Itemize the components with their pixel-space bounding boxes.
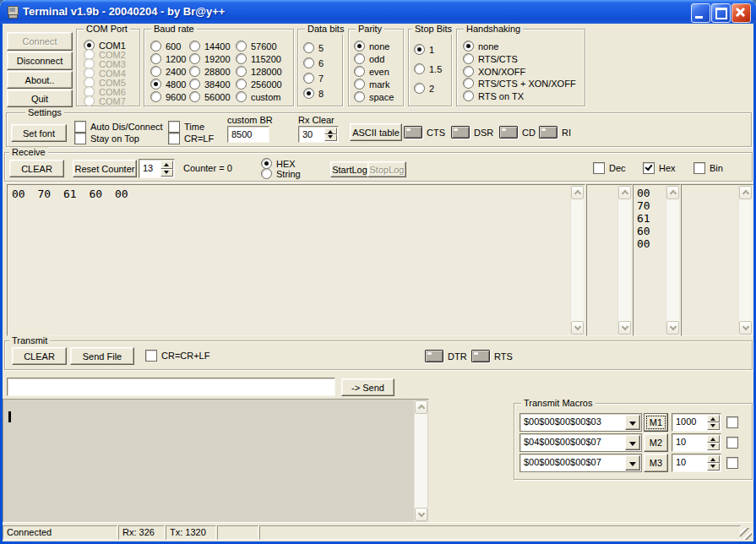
dropdown-arrow-icon[interactable] [625, 435, 640, 450]
databits-6-radio[interactable]: 6 [303, 57, 324, 68]
macro3-button[interactable]: M3 [644, 454, 668, 472]
stopbits-15-radio[interactable]: 1.5 [414, 63, 442, 74]
macro1-repeat-checkbox[interactable] [726, 416, 738, 428]
ascii-table-button[interactable]: ASCII table [350, 123, 402, 141]
close-button[interactable] [732, 3, 751, 23]
macro1-interval-spinner[interactable]: 1000 [672, 413, 721, 432]
dtr-indicator[interactable]: DTR [425, 350, 467, 362]
baud-9600-radio[interactable]: 9600 [150, 91, 186, 102]
spin-up-icon[interactable] [707, 415, 720, 422]
minimize-button[interactable] [691, 3, 710, 23]
baud-256000-radio[interactable]: 256000 [236, 79, 282, 90]
baud-custom-radio[interactable]: custom [236, 91, 280, 102]
send-button[interactable]: -> Send [341, 378, 394, 396]
macro2-combo[interactable]: $04$00$00$00$07 [519, 433, 642, 452]
receive-aux-view-2[interactable] [681, 184, 753, 336]
handshake-both-radio[interactable]: RTS/CTS + XON/XOFF [463, 78, 576, 89]
macro3-repeat-checkbox[interactable] [726, 457, 738, 469]
parity-space-radio[interactable]: space [354, 91, 394, 102]
string-mode-radio[interactable]: String [261, 168, 301, 179]
receive-byte-column-view[interactable]: 00 70 61 60 00 [633, 184, 681, 336]
connect-button[interactable]: Connect [7, 32, 73, 51]
rx-clear-spinner[interactable]: 30 [298, 126, 339, 143]
scroll-down-icon[interactable] [739, 321, 752, 335]
spin-down-icon[interactable] [707, 463, 720, 471]
spin-up-icon[interactable] [324, 128, 337, 134]
auto-disconnect-checkbox[interactable]: Auto Dis/Connect [74, 121, 163, 133]
resize-grip[interactable] [740, 528, 752, 540]
quit-button[interactable]: Quit [7, 90, 73, 107]
stay-on-top-checkbox[interactable]: Stay on Top [74, 133, 139, 144]
baud-38400-radio[interactable]: 38400 [189, 79, 231, 90]
custom-br-input[interactable]: 8500 [227, 126, 269, 143]
com7-radio[interactable]: COM7 [84, 95, 126, 106]
disconnect-button[interactable]: Disconnect [7, 52, 73, 70]
maximize-button[interactable] [711, 3, 731, 23]
baud-4800-radio[interactable]: 4800 [150, 79, 186, 90]
macro1-button[interactable]: M1 [644, 413, 668, 432]
hex-view-checkbox[interactable]: Hex [643, 162, 676, 174]
dec-view-checkbox[interactable]: Dec [593, 162, 626, 174]
baud-2400-radio[interactable]: 2400 [150, 66, 186, 77]
spin-down-icon[interactable] [707, 443, 720, 450]
databits-8-radio[interactable]: 8 [303, 88, 324, 99]
databits-7-radio[interactable]: 7 [303, 73, 324, 84]
scroll-down-icon[interactable] [571, 321, 584, 335]
rts-indicator[interactable]: RTS [471, 350, 513, 362]
spin-down-icon[interactable] [707, 422, 720, 430]
transmit-scrollbar[interactable] [414, 400, 427, 521]
macro2-button[interactable]: M2 [644, 433, 668, 452]
spin-up-icon[interactable] [707, 435, 720, 443]
byte-column-scrollbar[interactable] [666, 186, 679, 335]
crlf-checkbox[interactable]: CR=LF [168, 133, 214, 144]
baud-56000-radio[interactable]: 56000 [189, 91, 231, 102]
parity-none-radio[interactable]: none [354, 41, 389, 52]
spin-down-icon[interactable] [160, 169, 173, 177]
receive-clear-button[interactable]: CLEAR [9, 160, 64, 177]
databits-5-radio[interactable]: 5 [303, 42, 324, 53]
scroll-down-icon[interactable] [415, 508, 427, 521]
dropdown-arrow-icon[interactable] [625, 415, 640, 430]
title-bar[interactable]: Terminal v1.9b - 20040204 - by Br@y++ [0, 0, 756, 24]
macro2-repeat-checkbox[interactable] [726, 437, 738, 449]
bytes-per-line-spinner[interactable]: 13 [139, 159, 175, 178]
handshake-rtscts-radio[interactable]: RTS/CTS [463, 53, 518, 64]
spin-up-icon[interactable] [707, 455, 720, 463]
stopbits-1-radio[interactable]: 1 [414, 44, 434, 55]
baud-1200-radio[interactable]: 1200 [150, 53, 186, 64]
baud-128000-radio[interactable]: 128000 [236, 66, 282, 77]
baud-19200-radio[interactable]: 19200 [189, 53, 231, 64]
scroll-down-icon[interactable] [666, 321, 679, 335]
parity-mark-radio[interactable]: mark [354, 79, 389, 90]
about-button[interactable]: About.. [7, 71, 73, 89]
receive-hex-view[interactable]: 00 70 61 60 00 [7, 184, 585, 336]
scroll-up-icon[interactable] [618, 186, 631, 199]
baud-115200-radio[interactable]: 115200 [236, 53, 281, 64]
dropdown-arrow-icon[interactable] [625, 455, 640, 471]
send-input[interactable] [7, 378, 335, 396]
transmit-clear-button[interactable]: CLEAR [12, 347, 67, 365]
send-file-button[interactable]: Send File [70, 347, 134, 365]
baud-600-radio[interactable]: 600 [150, 41, 181, 52]
handshake-rtsontx-radio[interactable]: RTS on TX [463, 90, 524, 101]
macro3-combo[interactable]: $00$00$00$00$07 [519, 454, 642, 472]
macro2-interval-spinner[interactable]: 10 [672, 433, 721, 452]
handshake-none-radio[interactable]: none [463, 41, 498, 52]
bin-view-checkbox[interactable]: Bin [693, 162, 723, 174]
stop-log-button[interactable]: StopLog [367, 161, 406, 177]
scroll-up-icon[interactable] [571, 186, 584, 199]
parity-odd-radio[interactable]: odd [354, 53, 384, 64]
receive-aux-view-1[interactable] [586, 184, 633, 336]
macro3-interval-spinner[interactable]: 10 [672, 454, 721, 472]
aux1-scrollbar[interactable] [617, 186, 631, 335]
baud-14400-radio[interactable]: 14400 [189, 41, 231, 52]
parity-even-radio[interactable]: even [354, 66, 389, 77]
stopbits-2-radio[interactable]: 2 [414, 83, 434, 94]
set-font-button[interactable]: Set font [11, 124, 67, 142]
aux2-scrollbar[interactable] [738, 186, 752, 335]
macro1-combo[interactable]: $00$00$00$00$03 [519, 413, 642, 432]
start-log-button[interactable]: StartLog [330, 161, 369, 177]
baud-28800-radio[interactable]: 28800 [189, 66, 231, 77]
time-checkbox[interactable]: Time [168, 121, 204, 133]
cr-crlf-checkbox[interactable]: CR=CR+LF [145, 350, 209, 362]
